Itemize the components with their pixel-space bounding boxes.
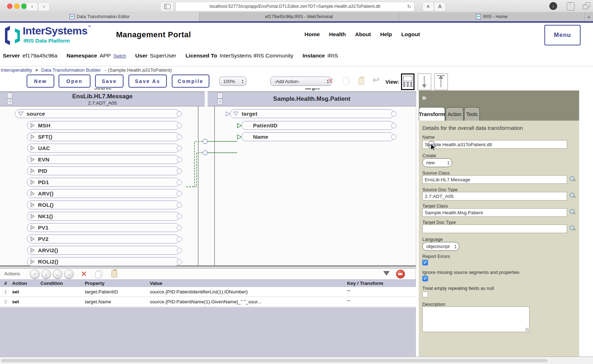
increase-text-button[interactable]: A	[434, 2, 446, 11]
add-action-select[interactable]: -Add Action-▲▼	[270, 77, 331, 86]
sidebar-toggle-button[interactable]	[160, 2, 174, 11]
action-row-1[interactable]: 1settarget.PatientIDsource.{PID:PatientI…	[0, 287, 416, 297]
ignore-missing-checkbox[interactable]: ✓	[422, 276, 428, 281]
nav-link-logout[interactable]: Logout	[401, 31, 420, 38]
target-header-scrollbar[interactable]: ▽	[217, 93, 223, 105]
tab-action[interactable]: Action	[446, 107, 463, 121]
share-icon[interactable]: ↑	[567, 2, 575, 11]
split-view-icon	[403, 76, 412, 81]
address-bar[interactable]: localhost:52773/csp/app/EnsPortal.DTLEdi…	[175, 2, 414, 11]
connector-circle[interactable]	[391, 134, 396, 139]
tab-overview-icon[interactable]	[583, 2, 591, 10]
zoom-select[interactable]: 100%▲▼	[219, 77, 246, 86]
copy-action-icon[interactable]	[95, 270, 103, 278]
view-split-button[interactable]	[401, 73, 414, 90]
details-panel: » Transform Action Tools Details for the…	[419, 90, 579, 357]
nav-link-health[interactable]: Health	[329, 31, 346, 38]
collapse-caret-icon[interactable]	[383, 271, 390, 276]
breadcrumb-dt-builder[interactable]: Data Transformation Builder	[41, 67, 101, 73]
target-property-name[interactable]: Name	[241, 132, 394, 141]
delete-action-icon[interactable]: ✕	[81, 270, 87, 278]
nav-link-help[interactable]: Help	[380, 31, 392, 38]
action-row-2[interactable]: 2settarget.Namesource.{PID:PatientName(1…	[0, 297, 416, 307]
tab-tools[interactable]: Tools	[464, 107, 480, 121]
source-header-scrollbar[interactable]: ▽	[7, 93, 12, 105]
paste-action-icon[interactable]	[111, 269, 118, 278]
tab-transform[interactable]: Transform	[419, 107, 445, 121]
forward-button[interactable]: ›	[38, 2, 50, 11]
close-window-button[interactable]	[7, 4, 12, 9]
new-tab-button[interactable]: +	[585, 12, 593, 21]
undo-icon[interactable]: ↩	[373, 75, 379, 85]
target-clipped-label: target	[273, 88, 351, 92]
tab-webterminal[interactable]: ef179a45c96a:IRIS - WebTerminal	[199, 12, 399, 21]
search-icon[interactable]	[569, 209, 576, 215]
ignore-missing-label: Ignore missing source segments and prope…	[422, 270, 520, 275]
view-top-button[interactable]	[434, 73, 448, 90]
open-button[interactable]: Open	[59, 75, 90, 88]
col-header-condition: Condition	[40, 281, 85, 286]
source-class-header: EnsLib.HL7.Message 2.7:ADT_A05	[0, 92, 205, 106]
sidebar-icon	[164, 4, 171, 9]
search-icon[interactable]	[569, 225, 576, 231]
connector-circle[interactable]	[391, 111, 396, 116]
collapse-icon[interactable]	[233, 111, 238, 116]
language-select[interactable]: objectscript▲▼	[422, 242, 459, 251]
menu-button[interactable]: Menu	[544, 25, 581, 45]
breadcrumb-interoperability[interactable]: Interoperability	[1, 67, 32, 73]
decrease-text-button[interactable]: A	[422, 2, 434, 11]
report-errors-label: Report Errors	[422, 254, 450, 259]
save-button[interactable]: Save	[95, 75, 123, 88]
source-doc-type-input[interactable]	[422, 192, 567, 200]
target-doc-type-label: Target Doc Type	[422, 220, 456, 225]
nav-link-home[interactable]: Home	[304, 31, 320, 38]
target-class-input[interactable]	[422, 208, 567, 217]
move-down-button[interactable]: ↓	[41, 269, 51, 279]
language-label: Language	[422, 237, 443, 242]
source-class-input[interactable]	[422, 175, 567, 184]
name-input[interactable]	[422, 140, 567, 149]
search-icon[interactable]	[569, 176, 576, 182]
tab-data-transformation-editor[interactable]: IR Data Transformation Editor	[0, 12, 199, 21]
move-up-button[interactable]: ↑	[30, 269, 40, 279]
create-select[interactable]: new▲▼	[422, 158, 452, 167]
collapse-panel-icon[interactable]: »	[422, 93, 426, 103]
target-doc-type-input[interactable]	[422, 225, 567, 233]
description-label: Description	[422, 302, 445, 307]
compile-button[interactable]: Compile	[172, 75, 209, 88]
downloads-icon[interactable]: ↓	[549, 2, 557, 10]
back-button[interactable]: ‹	[26, 2, 38, 11]
connector-circle[interactable]	[391, 123, 396, 128]
nav-link-about[interactable]: About	[355, 31, 371, 38]
report-errors-checkbox[interactable]: ✓	[422, 260, 428, 265]
actions-toolbar: Actions ↑ ↓ ← → ✕	[0, 269, 416, 279]
switch-namespace-link[interactable]: Switch	[114, 54, 126, 59]
move-left-button[interactable]: ←	[53, 269, 62, 279]
description-textarea[interactable]	[422, 307, 529, 332]
target-root-row[interactable]: target	[230, 109, 394, 118]
logo-subtext: IRIS Data Platform	[23, 38, 70, 44]
input-arrow-icon	[237, 134, 242, 140]
source-clipped-label: source	[64, 88, 142, 92]
scrollbar-thumb[interactable]	[1, 359, 548, 362]
target-property-patientid[interactable]: PatientID	[241, 121, 394, 130]
actions-title: Actions	[4, 271, 20, 276]
tab-iris-home[interactable]: IR IRIS - Home	[399, 12, 585, 21]
resize-grip-icon[interactable]	[525, 328, 529, 331]
saveas-button[interactable]: Save As	[128, 75, 167, 88]
breadcrumb-suffix: - (Sample.Health.a31ToPatient)	[105, 67, 172, 73]
treat-empty-checkbox[interactable]	[422, 292, 428, 297]
horizontal-scrollbar[interactable]	[0, 357, 593, 364]
move-right-button[interactable]: →	[64, 269, 74, 279]
delete-icon[interactable]: ✕	[328, 77, 334, 85]
actions-table: 1settarget.PatientIDsource.{PID:PatientI…	[0, 287, 416, 307]
zoom-window-button[interactable]	[21, 4, 27, 9]
remove-panel-icon[interactable]	[396, 270, 405, 278]
view-bottom-button[interactable]	[418, 73, 431, 90]
divider	[0, 66, 593, 66]
minimize-window-button[interactable]	[14, 4, 20, 9]
new-button[interactable]: New	[27, 75, 54, 88]
reload-icon[interactable]: ↻	[407, 2, 411, 11]
cell-prop: target.PatientID	[85, 289, 150, 294]
search-icon[interactable]	[569, 192, 576, 199]
